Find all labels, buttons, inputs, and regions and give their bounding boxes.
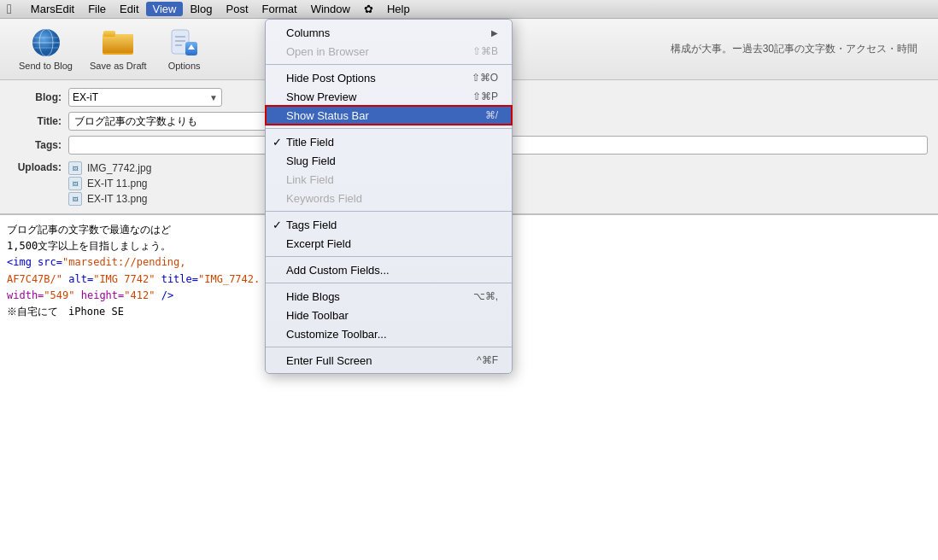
menu-item-hide-post-options-label: Hide Post Options — [286, 72, 376, 85]
upload-filename-1: EX-IT 11.png — [87, 178, 148, 190]
separator-2 — [266, 128, 512, 129]
uploads-label: Uploads: — [10, 161, 62, 173]
code-string: "marsedit://pending, — [62, 256, 186, 268]
separator-3 — [266, 211, 512, 212]
globe-icon — [31, 27, 62, 58]
menu-item-show-preview[interactable]: Show Preview ⇧⌘P — [266, 87, 512, 106]
code-tag: <img src= — [7, 256, 62, 268]
open-browser-shortcut: ⇧⌘B — [472, 45, 498, 57]
file-icon-2: 🖼 — [68, 192, 82, 206]
menu-item-tags-field[interactable]: ✓ Tags Field — [266, 215, 512, 234]
menubar:  MarsEdit File Edit View Blog Post Form… — [0, 0, 938, 19]
menu-file[interactable]: File — [81, 2, 113, 16]
svg-rect-6 — [103, 34, 133, 53]
menu-item-add-custom-fields[interactable]: Add Custom Fields... — [266, 260, 512, 279]
title-label: Title: — [10, 115, 62, 127]
show-status-bar-shortcut: ⌘/ — [485, 109, 498, 121]
menu-item-keywords-field: Keywords Field — [266, 189, 512, 207]
save-as-draft-label: Save as Draft — [90, 61, 147, 71]
menu-item-enter-full-screen[interactable]: Enter Full Screen ^⌘F — [266, 351, 512, 370]
menu-item-hide-toolbar[interactable]: Hide Toolbar — [266, 306, 512, 324]
menu-item-hide-blogs[interactable]: Hide Blogs ⌥⌘, — [266, 287, 512, 306]
menu-item-customize-toolbar[interactable]: Customize Toolbar... — [266, 324, 512, 343]
upload-item-2[interactable]: 🖼 EX-IT 13.png — [68, 192, 151, 206]
tags-label: Tags: — [10, 139, 62, 151]
code-width-attr: width= — [7, 289, 44, 301]
separator-4 — [266, 256, 512, 257]
show-preview-shortcut: ⇧⌘P — [472, 90, 498, 102]
send-to-blog-button[interactable]: Send to Blog — [14, 24, 78, 74]
file-icon: 🖼 — [68, 161, 82, 175]
menu-item-link-field-label: Link Field — [286, 173, 334, 186]
menu-item-link-field: Link Field — [266, 170, 512, 189]
header-text: 構成が大事。ー過去30記事の文字数・アクセス・時間 — [671, 42, 917, 56]
file-icon-1: 🖼 — [68, 177, 82, 190]
menu-item-keywords-field-label: Keywords Field — [286, 192, 362, 205]
blog-input[interactable]: EX-iT ▼ — [68, 88, 222, 107]
hide-blogs-shortcut: ⌥⌘, — [473, 290, 498, 302]
folder-icon — [103, 27, 133, 58]
code-string-2: AF7C47B/" — [7, 273, 62, 285]
menu-script[interactable]: ✿ — [357, 2, 380, 16]
menu-item-add-custom-fields-label: Add Custom Fields... — [286, 264, 390, 277]
menu-item-title-field-label: Title Field — [286, 136, 334, 149]
svg-rect-7 — [103, 31, 115, 37]
code-width-val: "549" — [44, 289, 74, 301]
options-label: Options — [168, 61, 201, 71]
menu-item-show-status-bar-label: Show Status Bar — [286, 109, 369, 122]
menu-window[interactable]: Window — [304, 2, 357, 16]
separator-5 — [266, 283, 512, 283]
menu-item-open-browser: Open in Browser ⇧⌘B — [266, 42, 512, 61]
menu-item-enter-full-screen-label: Enter Full Screen — [286, 354, 372, 367]
enter-full-screen-shortcut: ^⌘F — [477, 354, 498, 366]
uploads-list: 🖼 IMG_7742.jpg 🖼 EX-IT 11.png 🖼 EX-IT 13… — [68, 161, 151, 206]
menu-help[interactable]: Help — [380, 2, 417, 16]
upload-filename-0: IMG_7742.jpg — [87, 162, 151, 174]
menu-item-columns-label: Columns — [286, 26, 330, 39]
menu-blog[interactable]: Blog — [183, 2, 219, 16]
menu-format[interactable]: Format — [255, 2, 304, 16]
options-icon — [169, 27, 200, 58]
menu-item-excerpt-field-label: Excerpt Field — [286, 237, 351, 250]
tags-checkmark-icon: ✓ — [273, 219, 282, 231]
menu-item-title-field[interactable]: ✓ Title Field — [266, 132, 512, 151]
menu-item-hide-toolbar-label: Hide Toolbar — [286, 309, 349, 322]
menu-edit[interactable]: Edit — [113, 2, 145, 16]
save-as-draft-button[interactable]: Save as Draft — [85, 24, 152, 74]
separator-6 — [266, 347, 512, 347]
menu-item-show-status-bar[interactable]: Show Status Bar ⌘/ — [266, 106, 512, 125]
chevron-down-icon: ▼ — [209, 93, 218, 102]
blog-label: Blog: — [10, 91, 62, 103]
send-to-blog-label: Send to Blog — [19, 61, 73, 71]
menu-item-excerpt-field[interactable]: Excerpt Field — [266, 234, 512, 253]
blog-value: EX-iT — [73, 91, 98, 103]
menu-item-tags-field-label: Tags Field — [286, 219, 337, 231]
code-title-val: "IMG_7742. — [198, 273, 260, 285]
menu-item-show-preview-label: Show Preview — [286, 90, 356, 103]
menu-item-columns[interactable]: Columns ▶ — [266, 23, 512, 42]
separator-1 — [266, 64, 512, 65]
title-value: ブログ記事の文字数よりも — [74, 114, 197, 129]
menu-item-slug-field[interactable]: Slug Field — [266, 151, 512, 170]
menu-item-open-browser-label: Open in Browser — [286, 45, 369, 58]
menu-item-hide-post-options[interactable]: Hide Post Options ⇧⌘O — [266, 68, 512, 87]
code-title-attr: title= — [161, 273, 198, 285]
menu-item-customize-toolbar-label: Customize Toolbar... — [286, 328, 387, 341]
checkmark-icon: ✓ — [273, 136, 282, 149]
menu-view[interactable]: View — [146, 2, 184, 16]
upload-item-1[interactable]: 🖼 EX-IT 11.png — [68, 177, 151, 190]
menu-item-hide-blogs-label: Hide Blogs — [286, 290, 340, 303]
code-attr: alt= — [68, 273, 93, 285]
menu-item-slug-field-label: Slug Field — [286, 155, 336, 167]
submenu-arrow-icon: ▶ — [491, 28, 498, 38]
code-alt-val: "IMG 7742" — [93, 273, 155, 285]
menu-post[interactable]: Post — [219, 2, 255, 16]
upload-item-0[interactable]: 🖼 IMG_7742.jpg — [68, 161, 151, 175]
code-height-val: "412" — [124, 289, 155, 301]
options-button[interactable]: Options — [159, 24, 210, 74]
code-close: /> — [161, 289, 173, 301]
apple-menu[interactable]:  — [7, 2, 12, 17]
menu-marsedit[interactable]: MarsEdit — [24, 2, 81, 16]
upload-filename-2: EX-IT 13.png — [87, 193, 148, 205]
code-height-attr: height= — [81, 289, 125, 301]
